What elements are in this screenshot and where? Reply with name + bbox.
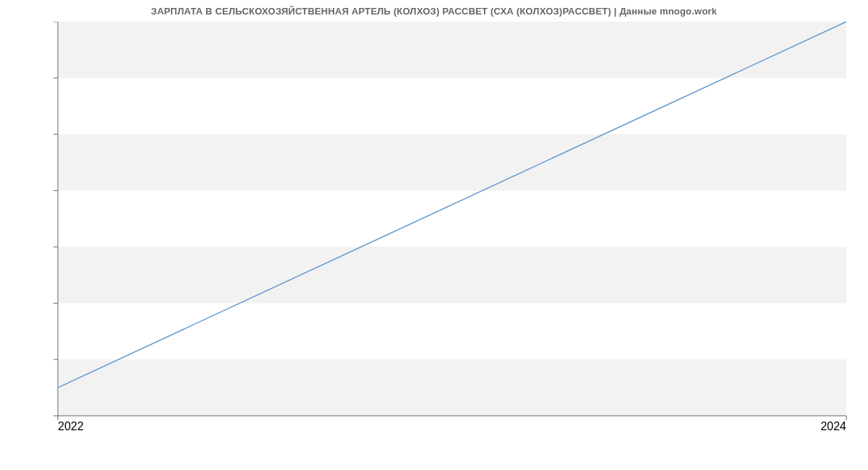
chart-container: ЗАРПЛАТА В СЕЛЬСКОХОЗЯЙСТВЕННАЯ АРТЕЛЬ (… (0, 0, 868, 456)
grid-band (58, 134, 846, 191)
grid-band (58, 22, 846, 78)
grid-band (58, 247, 846, 303)
chart-svg: 1600018000200002200024000260002800030000… (51, 22, 854, 434)
chart-title: ЗАРПЛАТА В СЕЛЬСКОХОЗЯЙСТВЕННАЯ АРТЕЛЬ (… (0, 0, 868, 17)
grid-band (58, 359, 846, 416)
x-tick-label: 2024 (820, 420, 846, 432)
plot-area: 1600018000200002200024000260002800030000… (51, 22, 854, 434)
x-tick-label: 2022 (58, 420, 84, 432)
